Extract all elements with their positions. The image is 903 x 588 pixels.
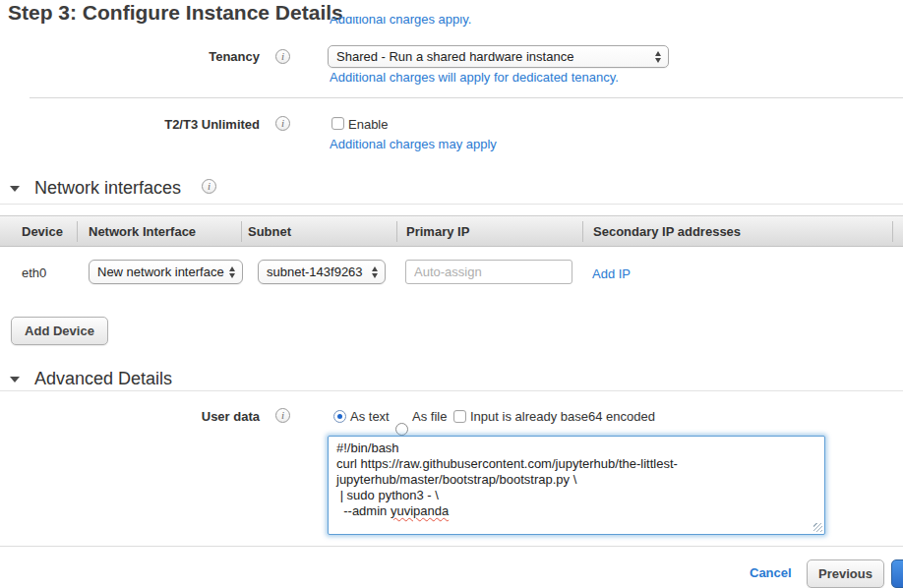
network-interfaces-info-icon[interactable]: i (202, 179, 216, 194)
add-device-button[interactable]: Add Device (11, 317, 108, 345)
base64-checkbox-label[interactable]: Input is already base64 encoded (470, 409, 655, 424)
t2t3-info-icon[interactable]: i (275, 116, 290, 131)
network-interfaces-table-header: Device Network Interface Subnet Primary … (0, 215, 903, 247)
network-interface-select-value: New network interface (90, 265, 225, 279)
subnet-select-value: subnet-143f9263 (259, 265, 368, 279)
select-arrows-icon (372, 266, 378, 278)
column-separator (582, 221, 583, 242)
tenancy-info-icon[interactable]: i (275, 49, 290, 64)
col-network-interface: Network Interface (89, 224, 196, 239)
clipped-link-text: Additional charges apply. (330, 17, 471, 27)
column-separator (892, 221, 893, 242)
network-interface-select[interactable]: New network interface (89, 260, 243, 284)
misspelled-word: yuvipanda (391, 503, 449, 518)
user-data-line: | sudo python3 - \ (336, 488, 816, 503)
clipped-additional-charges-link[interactable]: Additional charges apply. (330, 17, 471, 29)
col-primary-ip: Primary IP (406, 224, 469, 239)
tenancy-label: Tenancy (63, 49, 260, 64)
divider (30, 97, 903, 98)
col-device: Device (22, 224, 63, 239)
enable-checkbox[interactable] (331, 117, 344, 130)
next-step-button[interactable] (891, 559, 903, 588)
enable-checkbox-label[interactable]: Enable (348, 117, 388, 132)
tenancy-charges-link[interactable]: Additional charges will apply for dedica… (330, 70, 619, 85)
user-data-info-icon[interactable]: i (275, 408, 290, 423)
select-arrows-icon (229, 266, 235, 278)
add-ip-link[interactable]: Add IP (592, 266, 631, 281)
as-file-radio[interactable] (395, 423, 408, 436)
user-data-label: User data (63, 409, 260, 424)
device-eth0-cell: eth0 (22, 265, 46, 280)
advanced-details-collapse-triangle-icon[interactable] (10, 377, 20, 382)
divider (0, 204, 903, 205)
previous-button[interactable]: Previous (807, 559, 884, 588)
base64-checkbox[interactable] (453, 410, 466, 423)
column-separator (396, 221, 397, 242)
textarea-resize-handle-icon[interactable] (813, 523, 822, 532)
subnet-select[interactable]: subnet-143f9263 (258, 260, 386, 284)
t2t3-charges-link[interactable]: Additional charges may apply (330, 137, 497, 151)
configure-instance-page: Step 3: Configure Instance Details Addit… (0, 0, 903, 588)
primary-ip-input[interactable] (405, 260, 572, 284)
tenancy-select[interactable]: Shared - Run a shared hardware instance (328, 45, 669, 68)
user-data-line: curl https://raw.githubusercontent.com/j… (336, 456, 816, 488)
t2t3-unlimited-label: T2/T3 Unlimited (63, 117, 260, 132)
divider (0, 390, 903, 391)
page-title: Step 3: Configure Instance Details (8, 1, 343, 25)
as-text-radio[interactable] (333, 410, 346, 423)
user-data-textarea[interactable]: #!/bin/bash curl https://raw.githubuserc… (328, 436, 825, 535)
network-interfaces-title: Network interfaces (34, 178, 181, 199)
column-separator (77, 221, 78, 242)
network-interfaces-collapse-triangle-icon[interactable] (10, 186, 20, 192)
as-file-radio-label[interactable]: As file (412, 409, 447, 424)
footer-divider (0, 546, 903, 547)
advanced-details-title: Advanced Details (34, 369, 172, 389)
column-separator (241, 221, 242, 242)
select-arrows-icon (655, 51, 661, 63)
tenancy-select-value: Shared - Run a shared hardware instance (329, 49, 651, 64)
cancel-link[interactable]: Cancel (750, 565, 792, 580)
col-secondary-ip: Secondary IP addresses (593, 224, 741, 239)
user-data-line: --admin yuvipanda (336, 503, 816, 519)
col-subnet: Subnet (248, 224, 291, 239)
as-text-radio-label[interactable]: As text (350, 409, 390, 424)
user-data-line: #!/bin/bash (336, 441, 816, 456)
